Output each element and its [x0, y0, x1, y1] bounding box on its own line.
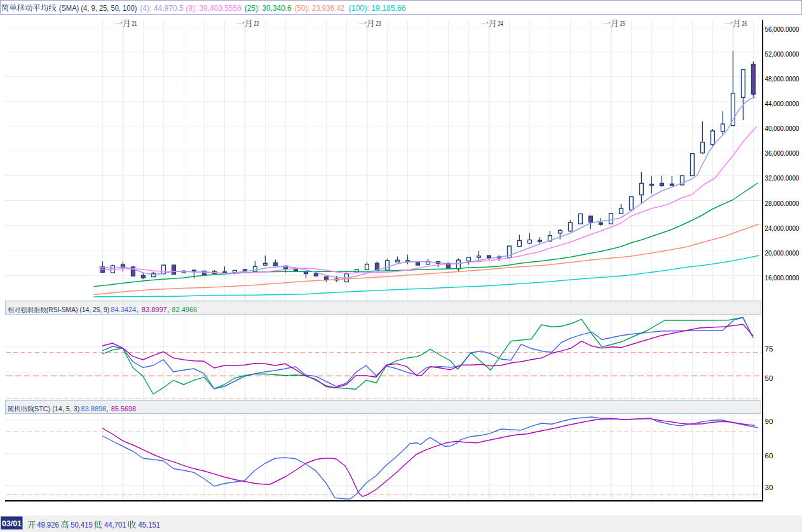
svg-text:(9): 39,403.5556: (9): 39,403.5556: [186, 4, 241, 13]
svg-text:82.4966: 82.4966: [172, 306, 197, 313]
svg-text:32,000.0000: 32,000.0000: [765, 174, 799, 182]
svg-text:(50): 23,936.42: (50): 23,936.42: [295, 4, 345, 13]
svg-text:36,000.0000: 36,000.0000: [765, 149, 799, 157]
svg-text:90: 90: [765, 418, 773, 425]
svg-text:83.8898: 83.8898: [81, 405, 106, 413]
svg-text:44,000.0000: 44,000.0000: [765, 100, 799, 107]
svg-text:16,000.0000: 16,000.0000: [765, 274, 799, 282]
svg-text:28,000.0000: 28,000.0000: [765, 200, 799, 207]
svg-text:,: ,: [107, 405, 109, 413]
svg-text:24: 24: [498, 20, 503, 27]
svg-text:(STC) (14, 5, 3): (STC) (14, 5, 3): [32, 405, 79, 413]
svg-text:24,000.0000: 24,000.0000: [765, 224, 799, 232]
svg-text:(100): 19,185.66: (100): 19,185.66: [349, 4, 406, 13]
svg-text:45,151: 45,151: [139, 521, 161, 529]
svg-text:40,000.0000: 40,000.0000: [765, 125, 799, 132]
svg-text:20,000.0000: 20,000.0000: [765, 249, 799, 257]
svg-text:21: 21: [132, 20, 137, 27]
svg-text:48,000.0000: 48,000.0000: [765, 75, 799, 83]
svg-text:50,415: 50,415: [71, 521, 93, 529]
svg-text:84.3424: 84.3424: [111, 306, 136, 313]
svg-text:(RSI-SMA) (14, 25, 9): (RSI-SMA) (14, 25, 9): [46, 306, 109, 313]
svg-text:49,926: 49,926: [37, 521, 59, 529]
svg-text:03/01: 03/01: [2, 519, 22, 528]
svg-text:85.5698: 85.5698: [111, 405, 136, 413]
svg-text:,: ,: [167, 306, 169, 313]
svg-text:75: 75: [765, 345, 773, 353]
svg-text:(SMA) (4, 9, 25, 50, 100): (SMA) (4, 9, 25, 50, 100): [59, 4, 137, 13]
svg-text:30: 30: [765, 484, 773, 491]
svg-text:(25): 30,340.6: (25): 30,340.6: [245, 4, 292, 13]
svg-text:,: ,: [137, 306, 139, 313]
svg-text:25: 25: [620, 20, 625, 27]
svg-text:(4): 44,970.5: (4): 44,970.5: [140, 4, 184, 13]
svg-text:52,000.0000: 52,000.0000: [765, 50, 799, 58]
svg-text:22: 22: [254, 20, 259, 27]
svg-text:56,000.0000: 56,000.0000: [765, 25, 799, 33]
svg-text:26: 26: [742, 20, 747, 27]
svg-text:50: 50: [765, 374, 773, 382]
svg-text:44,701: 44,701: [104, 521, 126, 529]
svg-text:83.8997: 83.8997: [142, 306, 167, 313]
svg-text:60: 60: [765, 452, 773, 460]
svg-text:23: 23: [376, 20, 381, 27]
